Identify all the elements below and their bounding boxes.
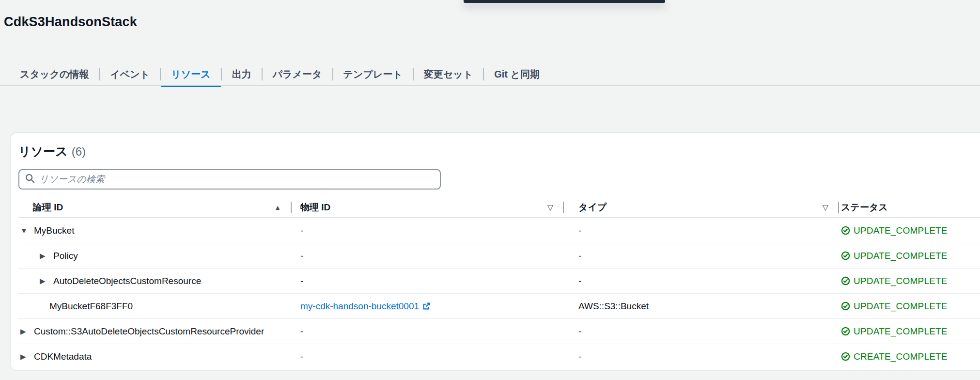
search-icon: [25, 174, 35, 185]
expand-caret-icon[interactable]: ▶: [40, 252, 53, 260]
status-text: UPDATE_COMPLETE: [854, 225, 948, 236]
physical-id-link-text: my-cdk-handson-bucket0001: [300, 301, 419, 312]
tab-5[interactable]: パラメータ: [263, 62, 332, 86]
column-header-status: ステータス: [839, 197, 980, 217]
resources-panel: リソース(6) 論理 ID ▲ 物理 ID ▽ タイプ ▽ ステータス: [10, 132, 980, 371]
physical-id-text: -: [300, 276, 303, 286]
status-cell: UPDATE_COMPLETE: [839, 251, 980, 261]
status-cell: UPDATE_COMPLETE: [839, 301, 980, 312]
resource-count: (6): [72, 145, 86, 158]
logical-id-cell: MyBucketF68F3FF0: [18, 301, 292, 312]
physical-id-text: -: [300, 225, 303, 236]
logical-id-text: MyBucketF68F3FF0: [49, 301, 133, 312]
logical-id-text: Custom::S3AutoDeleteObjectsCustomResourc…: [34, 326, 264, 337]
physical-id-cell: -: [292, 326, 564, 337]
logical-id-cell: ▶ AutoDeleteObjectsCustomResource: [18, 276, 292, 286]
expand-caret-icon[interactable]: ▶: [20, 352, 34, 361]
type-cell: -: [564, 251, 839, 261]
tab-6[interactable]: テンプレート: [333, 62, 413, 86]
physical-id-text: -: [300, 326, 303, 336]
logical-id-cell: ▼ MyBucket: [18, 225, 292, 236]
status-success-icon: [841, 251, 850, 260]
table-header: 論理 ID ▲ 物理 ID ▽ タイプ ▽ ステータス: [18, 197, 980, 218]
status-cell: CREATE_COMPLETE: [839, 351, 980, 362]
type-cell: -: [564, 225, 839, 236]
column-header-physical-id[interactable]: 物理 ID ▽: [292, 197, 564, 217]
status-success-icon: [841, 327, 850, 336]
physical-id-cell: -: [292, 225, 564, 236]
tab-7[interactable]: 変更セット: [414, 62, 483, 86]
status-text: UPDATE_COMPLETE: [854, 276, 948, 286]
resources-table: 論理 ID ▲ 物理 ID ▽ タイプ ▽ ステータス ▼ MyBucket -: [18, 197, 980, 369]
physical-id-cell: my-cdk-handson-bucket0001: [292, 301, 564, 312]
physical-id-cell: -: [292, 251, 564, 261]
collapse-caret-icon[interactable]: ▼: [20, 226, 34, 235]
status-cell: UPDATE_COMPLETE: [839, 225, 980, 236]
column-header-type[interactable]: タイプ ▽: [564, 197, 839, 217]
tab-2[interactable]: イベント: [100, 62, 160, 86]
logical-id-cell: ▶ CDKMetadata: [18, 351, 292, 362]
page-title: CdkS3HandsonStack: [4, 15, 137, 30]
status-success-icon: [841, 226, 850, 235]
table-row: ▶ Policy - - UPDATE_COMPLETE: [18, 243, 980, 269]
table-row: ▶ CDKMetadata - - CREATE_COMPLETE: [18, 344, 980, 369]
logical-id-text: MyBucket: [34, 225, 74, 236]
column-header-logical-id[interactable]: 論理 ID ▲: [18, 197, 292, 217]
top-overlay-bar: [464, 0, 665, 3]
status-success-icon: [841, 276, 850, 285]
type-cell: -: [564, 351, 839, 362]
status-success-icon: [841, 352, 850, 361]
logical-id-text: Policy: [53, 251, 78, 261]
status-success-icon: [841, 301, 850, 311]
status-cell: UPDATE_COMPLETE: [839, 326, 980, 337]
physical-id-cell: -: [292, 351, 564, 362]
panel-title: リソース: [18, 144, 68, 158]
type-cell: -: [564, 276, 839, 286]
panel-heading: リソース(6): [18, 143, 980, 159]
logical-id-text: CDKMetadata: [34, 351, 92, 362]
status-text: UPDATE_COMPLETE: [854, 301, 948, 312]
table-row: ▼ MyBucket - - UPDATE_COMPLETE: [18, 218, 980, 243]
tab-1[interactable]: スタックの情報: [10, 62, 99, 86]
tabs-divider-rule: [0, 85, 980, 86]
tab-list: スタックの情報 イベント リソース 出力 パラメータ テンプレート 変更セット …: [10, 62, 550, 86]
type-cell: AWS::S3::Bucket: [564, 301, 839, 312]
type-cell: -: [564, 326, 839, 337]
resource-search[interactable]: [18, 169, 441, 190]
tab-3[interactable]: リソース: [161, 62, 220, 86]
status-text: CREATE_COMPLETE: [854, 351, 948, 362]
physical-id-text: -: [300, 351, 303, 362]
status-text: UPDATE_COMPLETE: [854, 251, 948, 261]
table-body: ▼ MyBucket - - UPDATE_COMPLETE ▶ Policy …: [18, 218, 980, 369]
logical-id-cell: ▶ Policy: [18, 251, 292, 261]
table-row: ▶ AutoDeleteObjectsCustomResource - - UP…: [18, 269, 980, 294]
table-row: ▶ Custom::S3AutoDeleteObjectsCustomResou…: [18, 319, 980, 344]
tab-8[interactable]: Git と同期: [484, 62, 550, 86]
status-cell: UPDATE_COMPLETE: [839, 276, 980, 286]
physical-id-link[interactable]: my-cdk-handson-bucket0001: [300, 301, 431, 312]
search-input[interactable]: [39, 170, 434, 189]
logical-id-cell: ▶ Custom::S3AutoDeleteObjectsCustomResou…: [18, 326, 292, 337]
status-text: UPDATE_COMPLETE: [854, 326, 948, 337]
filter-icon[interactable]: ▽: [547, 203, 553, 212]
logical-id-text: AutoDeleteObjectsCustomResource: [53, 276, 201, 286]
sort-ascending-icon[interactable]: ▲: [274, 204, 281, 211]
physical-id-cell: -: [292, 276, 564, 286]
expand-caret-icon[interactable]: ▶: [40, 277, 53, 285]
external-link-icon: [422, 302, 431, 310]
tab-4[interactable]: 出力: [222, 62, 262, 86]
filter-icon[interactable]: ▽: [823, 203, 828, 212]
table-row: MyBucketF68F3FF0 my-cdk-handson-bucket00…: [18, 294, 980, 319]
physical-id-text: -: [300, 251, 303, 261]
expand-caret-icon[interactable]: ▶: [20, 327, 34, 336]
